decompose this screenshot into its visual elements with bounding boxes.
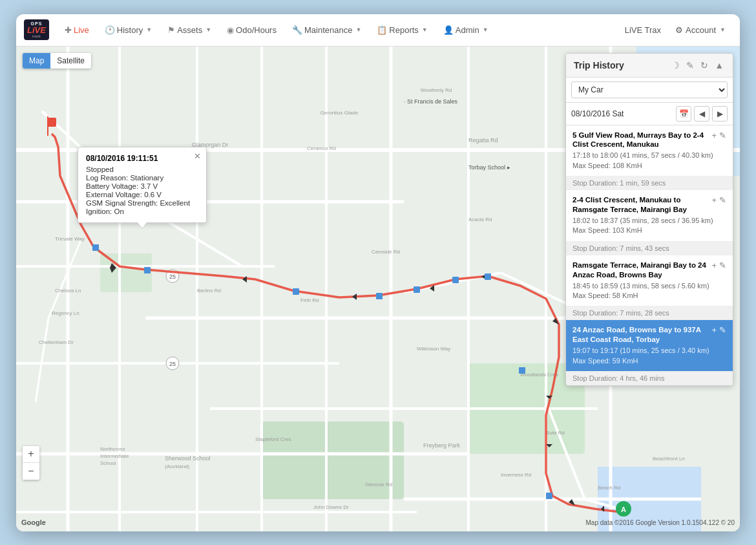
maintenance-icon: 🔧: [292, 25, 302, 35]
svg-rect-89: [546, 493, 552, 499]
moon-icon[interactable]: ☽: [670, 59, 681, 72]
google-logo: Google: [21, 518, 46, 526]
tooltip-log-reason: Log Reason: Stationary: [86, 174, 198, 182]
tooltip-external-label: External Voltage:: [86, 191, 142, 198]
trip-2-add-icon[interactable]: +: [711, 195, 717, 205]
svg-text:Chelsea Ln: Chelsea Ln: [55, 288, 81, 294]
trip-entry-1[interactable]: 5 Gulf View Road, Murrays Bay to 2-4 Cli…: [566, 125, 733, 177]
nav-assets-label: Assets: [177, 25, 202, 35]
assets-icon: ⚑: [167, 25, 175, 35]
trip-1-header: 5 Gulf View Road, Murrays Bay to 2-4 Cli…: [572, 131, 726, 150]
nav-assets[interactable]: ⚑ Assets ▼: [161, 21, 218, 39]
trip-2-to: Ramsgate Terrace, Mairangi Bay: [572, 206, 687, 213]
collapse-icon[interactable]: ▲: [713, 59, 725, 72]
nav-live[interactable]: ✚ Live: [58, 21, 96, 39]
trip-2-header: 2-4 Clist Crescent, Manukau to Ramsgate …: [572, 195, 726, 215]
trip-2-report-icon[interactable]: ✎: [719, 195, 726, 205]
map-tooltip: ✕ 08/10/2016 19:11:51 Stopped Log Reason…: [78, 147, 207, 223]
tooltip-battery-value: 3.7 V: [140, 182, 158, 190]
svg-text:Firth Rd: Firth Rd: [300, 297, 319, 303]
zoom-in-button[interactable]: +: [23, 446, 39, 463]
trip-4-to-connector: to: [674, 326, 683, 334]
history-caret: ▼: [146, 27, 152, 33]
prev-date-button[interactable]: ◀: [694, 106, 709, 122]
vehicle-select[interactable]: My Car: [571, 81, 728, 98]
trip-3-details: 18:45 to 18:59 (13 mins, 58 secs / 5.60 …: [572, 281, 726, 301]
nav-maintenance-label: Maintenance: [304, 25, 352, 35]
trip-1-to-connector: to: [684, 131, 693, 139]
tooltip-battery-label: Battery Voltage:: [86, 182, 138, 190]
history-icon: 🕐: [105, 25, 115, 35]
trip-1-add-icon[interactable]: +: [711, 131, 717, 140]
svg-text:Bute Rd: Bute Rd: [546, 430, 565, 436]
nav-history-label: History: [117, 25, 143, 35]
calendar-button[interactable]: 📅: [676, 106, 691, 122]
svg-text:25: 25: [169, 361, 176, 367]
reports-caret: ▼: [422, 27, 428, 33]
reports-icon: 📋: [377, 25, 387, 35]
svg-rect-87: [485, 273, 491, 280]
svg-text:Stapleford Cres: Stapleford Cres: [255, 436, 291, 442]
svg-text:Regatta Rd: Regatta Rd: [468, 137, 498, 144]
trip-entry-4[interactable]: 24 Anzac Road, Browns Bay to 937A East C…: [566, 320, 733, 372]
logo: GPS LiVE track: [24, 19, 49, 40]
zoom-out-button[interactable]: −: [23, 463, 39, 480]
nav-right: LiVE Trax ⚙ Account ▼: [620, 21, 732, 39]
svg-text:Beachfront Ln: Beachfront Ln: [653, 456, 685, 462]
svg-text:John Downs Dr: John Downs Dr: [313, 504, 349, 510]
trip-4-route: 24 Anzac Road, Browns Bay to 937A East C…: [572, 325, 709, 345]
map-container[interactable]: Glamorgan Dr Gerontius Glade Weatherly R…: [16, 47, 740, 531]
trip-3-add-icon[interactable]: +: [711, 261, 717, 270]
trip-entry-3[interactable]: Ramsgate Terrace, Mairangi Bay to 24 Anz…: [566, 255, 733, 307]
svg-text:Intermediate: Intermediate: [100, 453, 129, 459]
svg-text:Weatherly Rd: Weatherly Rd: [421, 87, 452, 93]
nav-admin[interactable]: 👤 Admin ▼: [437, 21, 495, 39]
vehicle-select-row: My Car: [566, 78, 733, 103]
stop-duration-4: Stop Duration: 4 hrs, 46 mins: [566, 372, 733, 385]
tooltip-datetime: 08/10/2016 19:11:51: [86, 154, 198, 163]
svg-text:Inverness Rd: Inverness Rd: [501, 472, 531, 478]
trip-3-report-icon[interactable]: ✎: [719, 261, 726, 270]
trip-entry-2[interactable]: 2-4 Clist Crescent, Manukau to Ramsgate …: [566, 190, 733, 242]
tooltip-close[interactable]: ✕: [194, 151, 201, 161]
map-type-satellite[interactable]: Satellite: [50, 53, 91, 69]
refresh-icon[interactable]: ↻: [699, 59, 709, 72]
nav-reports[interactable]: 📋 Reports ▼: [370, 21, 434, 39]
trip-3-header: Ramsgate Terrace, Mairangi Bay to 24 Anz…: [572, 261, 726, 280]
nav-odo-label: Odo/Hours: [236, 25, 277, 35]
svg-rect-82: [144, 267, 151, 273]
logo-box: GPS LiVE track: [24, 19, 49, 40]
next-date-button[interactable]: ▶: [712, 106, 728, 122]
edit-icon[interactable]: ✎: [685, 59, 695, 72]
panel-header: Trip History ☽ ✎ ↻ ▲: [566, 54, 733, 78]
trip-3-speed: Max Speed: 58 KmH: [572, 291, 726, 301]
nav-maintenance[interactable]: 🔧 Maintenance ▼: [286, 21, 368, 39]
maintenance-caret: ▼: [355, 27, 361, 33]
trip-1-details: 17:18 to 18:00 (41 mins, 57 secs / 40.30…: [572, 151, 726, 171]
svg-text:Wilkinson Way: Wilkinson Way: [417, 346, 450, 352]
trip-4-report-icon[interactable]: ✎: [719, 325, 726, 335]
svg-text:Gerontius Glade: Gerontius Glade: [320, 110, 359, 116]
svg-rect-84: [376, 293, 383, 299]
nav-account-btn[interactable]: ⚙ Account ▼: [669, 21, 732, 39]
trip-2-from: 2-4 Clist Crescent, Manukau: [572, 196, 671, 204]
trip-2-to-connector: to: [674, 196, 681, 204]
svg-rect-79: [47, 118, 56, 127]
map-type-map[interactable]: Map: [23, 53, 50, 69]
nav-history[interactable]: 🕐 History ▼: [98, 21, 158, 39]
nav-odo[interactable]: ◉ Odo/Hours: [220, 21, 283, 39]
trip-2-route: 2-4 Clist Crescent, Manukau to Ramsgate …: [572, 195, 709, 215]
trip-1-time: 17:18 to 18:00 (41 mins, 57 secs / 40.30…: [572, 151, 726, 160]
trip-3-to-connector: to: [689, 261, 698, 269]
tooltip-external-value: 0.6 V: [144, 191, 162, 198]
svg-text:Cheltenham Dr: Cheltenham Dr: [39, 339, 74, 345]
svg-text:Camside Rd: Camside Rd: [372, 249, 400, 255]
logo-track-text: track: [32, 34, 41, 38]
tooltip-gsm-value: Excellent: [160, 199, 190, 207]
svg-text:Regency Ln: Regency Ln: [52, 310, 79, 316]
trip-4-header: 24 Anzac Road, Browns Bay to 937A East C…: [572, 325, 726, 345]
trip-4-add-icon[interactable]: +: [711, 325, 717, 335]
svg-text:Northcross: Northcross: [100, 446, 125, 452]
tooltip-battery: Battery Voltage: 3.7 V: [86, 182, 198, 190]
trip-1-report-icon[interactable]: ✎: [719, 131, 726, 140]
